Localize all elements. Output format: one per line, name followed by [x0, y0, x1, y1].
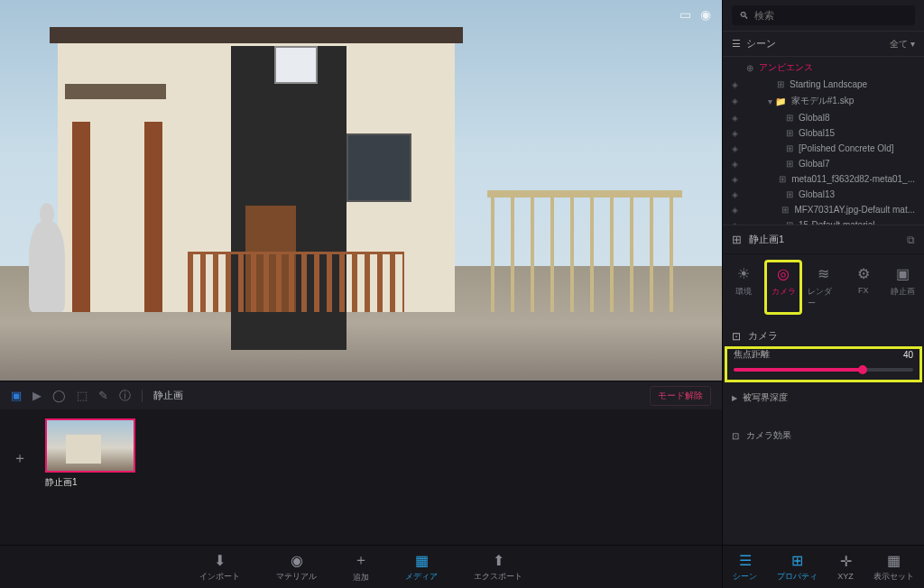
scene-fence — [188, 252, 404, 313]
mode-release-button[interactable]: モード解除 — [650, 386, 711, 406]
tree-row[interactable]: ◈⊞15-Default material — [723, 217, 924, 225]
focal-length-label: 焦点距離 — [734, 348, 770, 361]
properties-title: 静止画1 — [749, 233, 784, 246]
nav-icon: ▦ — [887, 552, 901, 569]
focal-length-slider[interactable] — [734, 368, 913, 372]
scene-window — [274, 46, 318, 84]
add-media-button[interactable]: ＋ — [13, 449, 29, 465]
bottom-nav-シーン[interactable]: ☰シーン — [733, 552, 757, 583]
thumbnail-label: 静止画1 — [45, 476, 135, 489]
safe-frame-icon[interactable]: ▭ — [679, 7, 691, 22]
bottom-nav-プロパティ[interactable]: ⊞プロパティ — [777, 552, 818, 583]
slider-thumb[interactable] — [858, 365, 867, 374]
camera-effect-icon: ⊡ — [732, 431, 739, 441]
bottom-nav-エクスポート[interactable]: ⬆エクスポート — [474, 552, 522, 583]
bottom-nav-マテリアル[interactable]: ◉マテリアル — [276, 552, 317, 583]
scene-filter-all[interactable]: 全て ▾ — [890, 38, 915, 51]
scene-pillar — [72, 122, 90, 312]
search-box[interactable]: 🔍︎ — [732, 5, 915, 25]
property-tab-レンダー[interactable]: ≋レンダー — [806, 262, 840, 313]
video-icon[interactable]: ▶ — [32, 389, 42, 402]
nav-icon: ＋ — [354, 551, 368, 570]
expand-icon: ▶ — [732, 394, 737, 402]
toolbar-mode-label: 静止画 — [153, 389, 183, 402]
vr-icon[interactable]: ⬚ — [77, 389, 88, 402]
tree-row[interactable]: ◈⊞Global7 — [723, 156, 924, 171]
tree-row[interactable]: ◈⊞MFX7031AY.jpg-Default mat... — [723, 202, 924, 217]
camera-section-label: ⊡ カメラ — [723, 322, 924, 346]
tree-row[interactable]: ◈⊞Global15 — [723, 125, 924, 141]
tree-row[interactable]: ◈⊞Global8 — [723, 110, 924, 125]
panorama-icon[interactable]: ◯ — [52, 389, 66, 402]
tab-icon: ≋ — [818, 265, 829, 282]
scene-title: シーン — [746, 37, 776, 51]
search-icon: 🔍︎ — [739, 10, 749, 21]
properties-header: ⊞ 静止画1 ⧉ — [723, 225, 924, 254]
property-tab-環境[interactable]: ☀環境 — [726, 262, 761, 313]
side-panel: 🔍︎ ☰ シーン 全て ▾ ⊕アンビエンス◈⊞Starting Landscap… — [722, 0, 924, 545]
visibility-icon[interactable]: ◉ — [700, 7, 711, 22]
still-image-icon: ⊞ — [732, 233, 742, 246]
scene-person-silhouette — [29, 221, 65, 312]
nav-icon: ⊞ — [791, 552, 803, 569]
tree-row[interactable]: ◈▾ 📁家モデル#1.skp — [723, 92, 924, 110]
bottom-nav-追加[interactable]: ＋追加 — [353, 551, 369, 583]
viewport-3d[interactable]: ▭ ◉ — [0, 0, 722, 381]
depth-of-field-row[interactable]: ▶ 被写界深度 — [723, 382, 924, 413]
nav-icon: ☰ — [739, 552, 752, 569]
tree-row[interactable]: ◈⊞Global13 — [723, 187, 924, 202]
tree-row[interactable]: ◈⊞[Polished Concrete Old] — [723, 141, 924, 156]
list-icon: ☰ — [732, 38, 741, 50]
bottom-nav-XYZ[interactable]: ✛XYZ — [837, 553, 854, 581]
bottom-nav: ⬇インポート◉マテリアル＋追加▦メディア⬆エクスポート ☰シーン⊞プロパティ✛X… — [0, 545, 924, 588]
separator — [142, 390, 143, 402]
search-area: 🔍︎ — [723, 0, 924, 32]
media-thumbnail[interactable]: 静止画1 — [45, 418, 135, 489]
info-icon[interactable]: ⓘ — [119, 388, 131, 404]
property-tabs: ☀環境◎カメラ≋レンダー⚙FX▣静止画 — [723, 254, 924, 322]
bottom-nav-メディア[interactable]: ▦メディア — [405, 552, 438, 583]
nav-icon: ▦ — [415, 552, 429, 569]
scene-window — [346, 133, 411, 202]
scene-balcony — [65, 84, 166, 99]
nav-icon: ✛ — [840, 553, 852, 570]
viewport-toolbar: ▣ ▶ ◯ ⬚ ✎ ⓘ 静止画 モード解除 — [0, 381, 722, 409]
tree-row[interactable]: ◈⊞meta011_f3632d82-meta01_... — [723, 171, 924, 187]
still-image-icon[interactable]: ▣ — [11, 389, 22, 402]
property-tab-カメラ[interactable]: ◎カメラ — [766, 262, 800, 313]
tab-icon: ▣ — [896, 265, 910, 282]
camera-effect-row[interactable]: ⊡ カメラ効果 — [723, 420, 924, 451]
copy-icon[interactable]: ⧉ — [907, 234, 915, 246]
scene-tree[interactable]: ⊕アンビエンス◈⊞Starting Landscape◈▾ 📁家モデル#1.sk… — [723, 57, 924, 225]
search-input[interactable] — [754, 10, 908, 21]
tree-row[interactable]: ◈⊞Starting Landscape — [723, 77, 924, 92]
thumbnail-image[interactable] — [45, 418, 135, 473]
scene-pillar — [144, 122, 162, 312]
focal-length-control: 焦点距離 40 — [725, 346, 922, 382]
media-shelf: ＋ 静止画1 — [0, 409, 722, 545]
nav-icon: ⬇ — [214, 552, 226, 569]
bottom-nav-left: ⬇インポート◉マテリアル＋追加▦メディア⬆エクスポート — [0, 546, 722, 588]
nav-icon: ◉ — [291, 552, 303, 569]
property-tab-静止画[interactable]: ▣静止画 — [886, 262, 920, 313]
tree-row-ambience[interactable]: ⊕アンビエンス — [723, 59, 924, 77]
focal-length-value[interactable]: 40 — [903, 350, 913, 360]
property-tab-FX[interactable]: ⚙FX — [846, 262, 881, 313]
tab-icon: ◎ — [777, 265, 790, 282]
bottom-nav-表示セット[interactable]: ▦表示セット — [873, 552, 914, 583]
scene-pergola — [491, 190, 679, 312]
bottom-nav-インポート[interactable]: ⬇インポート — [199, 552, 240, 583]
bottom-nav-right: ☰シーン⊞プロパティ✛XYZ▦表示セット — [722, 546, 924, 588]
scene-header[interactable]: ☰ シーン 全て ▾ — [723, 32, 924, 57]
tool-icon[interactable]: ✎ — [98, 389, 108, 402]
slider-fill — [734, 368, 863, 372]
tab-icon: ☀ — [737, 265, 750, 282]
tab-icon: ⚙ — [857, 265, 870, 282]
nav-icon: ⬆ — [493, 552, 504, 569]
camera-icon: ⊡ — [732, 330, 741, 343]
